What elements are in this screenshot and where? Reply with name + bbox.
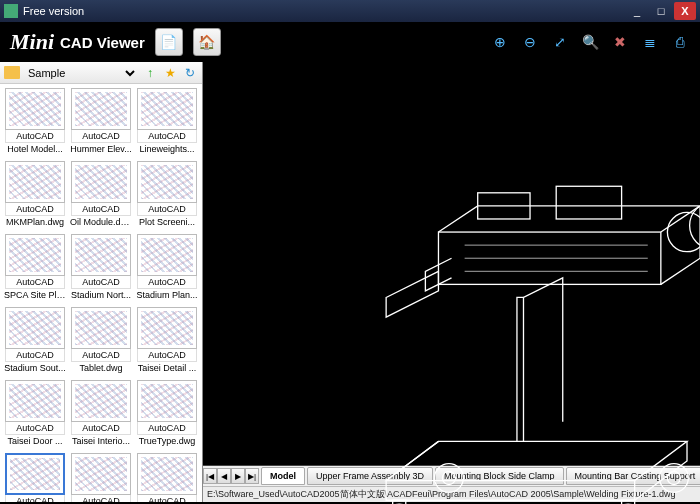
zoom-in-icon: ⊕ [494, 34, 506, 50]
zoom-window-button[interactable]: 🔍 [580, 32, 600, 52]
file-thumbnail[interactable]: AutoCADMKMPlan.dwg [4, 161, 66, 230]
print-button[interactable]: ⎙ [670, 32, 690, 52]
file-thumbnail[interactable]: AutoCADPlot Screeni... [136, 161, 198, 230]
content: Sample ↑ ★ ↻ AutoCADHotel Model...AutoCA… [0, 62, 700, 502]
logo-toolbar: Mini CAD Viewer 📄 🏠 ⊕ ⊖ ⤢ 🔍 ✖ ≣ ⎙ [0, 22, 700, 62]
folder-select[interactable]: Sample [24, 66, 138, 80]
thumbnail-tag: AutoCAD [71, 422, 131, 435]
refresh-button[interactable]: ↻ [182, 65, 198, 81]
file-thumbnail[interactable]: AutoCADSPCA Site Pla... [4, 234, 66, 303]
thumbnail-image [71, 307, 131, 349]
thumbnail-tag: AutoCAD [5, 422, 65, 435]
open-button[interactable]: 📄 [155, 28, 183, 56]
thumbnail-tag: AutoCAD [137, 203, 197, 216]
thumbnail-image [5, 380, 65, 422]
thumbnail-tag: AutoCAD [137, 349, 197, 362]
star-icon: ★ [165, 66, 176, 80]
file-thumbnail[interactable]: AutoCADHummer Elev... [70, 88, 132, 157]
file-thumbnail[interactable]: AutoCADTaisei Door ... [4, 380, 66, 449]
thumbnail-filename: Taisei Interio... [70, 436, 132, 446]
thumbnail-tag: AutoCAD [137, 495, 197, 502]
thumbnail-tag: AutoCAD [71, 276, 131, 289]
thumbnail-tag: AutoCAD [5, 130, 65, 143]
file-thumbnail[interactable]: AutoCADTablet.dwg [70, 307, 132, 376]
thumbnail-filename: Stadium Plan... [136, 290, 198, 300]
thumbnail-tag: AutoCAD [137, 422, 197, 435]
thumbnail-image [5, 161, 65, 203]
thumbnail-image [137, 234, 197, 276]
thumbnail-filename: Hotel Model... [4, 144, 66, 154]
file-thumbnail[interactable]: AutoCADHotel Model... [4, 88, 66, 157]
file-thumbnail[interactable]: AutoCADStadium Nort... [70, 234, 132, 303]
drawing-viewport[interactable]: ▲ ▼ [203, 62, 700, 466]
file-thumbnail[interactable]: AutoCADTrueType.dwg [136, 380, 198, 449]
file-thumbnail[interactable]: AutoCADWelding Fixt... [4, 453, 66, 502]
thumbnail-image [5, 234, 65, 276]
thumbnail-image [137, 161, 197, 203]
thumbnail-image [71, 234, 131, 276]
layers-icon: ≣ [644, 34, 656, 50]
thumbnail-filename: Oil Module.dwg [70, 217, 132, 227]
thumbnail-grid[interactable]: AutoCADHotel Model...AutoCADHummer Elev.… [0, 84, 202, 502]
file-thumbnail[interactable]: AutoCADLineweights... [136, 88, 198, 157]
thumbnail-image [137, 88, 197, 130]
thumbnail-filename: Taisei Door ... [4, 436, 66, 446]
file-thumbnail[interactable]: AutoCADWelding Fixt... [70, 453, 132, 502]
thumbnail-image [71, 380, 131, 422]
logo-cad: CAD Viewer [60, 34, 145, 51]
thumbnail-tag: AutoCAD [137, 130, 197, 143]
thumbnail-tag: AutoCAD [71, 495, 131, 502]
thumbnail-tag: AutoCAD [5, 495, 65, 502]
settings-button[interactable]: ✖ [610, 32, 630, 52]
file-thumbnail[interactable]: AutoCADStadium Plan... [136, 234, 198, 303]
window-title: Free version [23, 5, 624, 17]
refresh-icon: ↻ [185, 66, 195, 80]
favorite-button[interactable]: ★ [162, 65, 178, 81]
thumbnail-tag: AutoCAD [71, 203, 131, 216]
zoom-out-button[interactable]: ⊖ [520, 32, 540, 52]
app-main: Mini CAD Viewer 📄 🏠 ⊕ ⊖ ⤢ 🔍 ✖ ≣ ⎙ Sample… [0, 22, 700, 504]
file-thumbnail[interactable]: AutoCADTaisei Interio... [70, 380, 132, 449]
folder-icon [4, 66, 20, 79]
thumbnail-filename: Tablet.dwg [70, 363, 132, 373]
thumbnail-tag: AutoCAD [137, 276, 197, 289]
folder-bar: Sample ↑ ★ ↻ [0, 62, 202, 84]
minimize-button[interactable]: _ [626, 2, 648, 20]
maximize-button[interactable]: □ [650, 2, 672, 20]
thumbnail-image [137, 380, 197, 422]
thumbnail-tag: AutoCAD [5, 349, 65, 362]
thumbnail-filename: TrueType.dwg [136, 436, 198, 446]
thumbnail-image [5, 453, 65, 495]
thumbnail-filename: MKMPlan.dwg [4, 217, 66, 227]
thumbnail-filename: Taisei Detail ... [136, 363, 198, 373]
layers-button[interactable]: ≣ [640, 32, 660, 52]
thumbnail-image [5, 88, 65, 130]
thumbnail-image [71, 88, 131, 130]
close-button[interactable]: X [674, 2, 696, 20]
svg-point-10 [667, 471, 680, 484]
home-button[interactable]: 🏠 [193, 28, 221, 56]
app-icon [4, 4, 18, 18]
thumbnail-filename: Stadium Nort... [70, 290, 132, 300]
thumbnail-image [137, 453, 197, 495]
file-thumbnail[interactable]: AutoCADWilhome.dwg [136, 453, 198, 502]
file-thumbnail[interactable]: AutoCADTaisei Detail ... [136, 307, 198, 376]
thumbnail-image [5, 307, 65, 349]
home-icon: 🏠 [198, 34, 215, 50]
zoom-extents-button[interactable]: ⤢ [550, 32, 570, 52]
settings-icon: ✖ [614, 34, 626, 50]
folder-up-button[interactable]: ↑ [142, 65, 158, 81]
print-icon: ⎙ [676, 34, 684, 50]
file-thumbnail[interactable]: AutoCADStadium Sout... [4, 307, 66, 376]
logo-mini: Mini [10, 29, 54, 55]
thumbnail-filename: Stadium Sout... [4, 363, 66, 373]
thumbnail-tag: AutoCAD [71, 130, 131, 143]
thumbnail-tag: AutoCAD [5, 276, 65, 289]
zoom-in-button[interactable]: ⊕ [490, 32, 510, 52]
svg-point-11 [435, 464, 464, 493]
titlebar: Free version _ □ X [0, 0, 700, 22]
up-arrow-icon: ↑ [147, 66, 153, 80]
document-icon: 📄 [160, 34, 177, 50]
thumbnail-filename: Hummer Elev... [70, 144, 132, 154]
file-thumbnail[interactable]: AutoCADOil Module.dwg [70, 161, 132, 230]
